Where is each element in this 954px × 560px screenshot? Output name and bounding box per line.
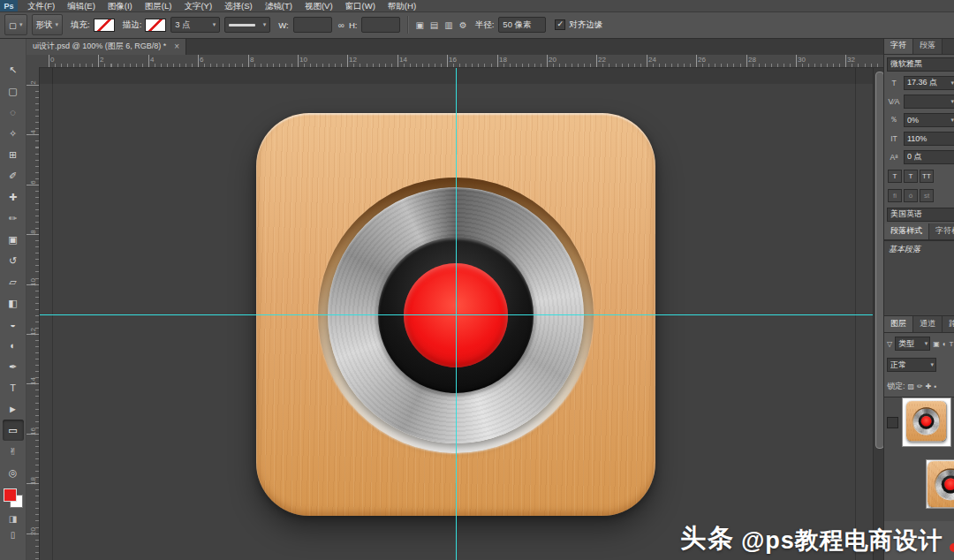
lock-label: 锁定: [887, 381, 905, 392]
filter-adjustment-icon[interactable]: ◐ [943, 340, 947, 348]
filter-pixel-icon[interactable]: ▣ [933, 340, 940, 348]
lasso-tool[interactable]: ◌ [3, 102, 24, 123]
path-alignment-icon[interactable]: ▤ [430, 20, 438, 30]
layer-thumbnail-art [928, 461, 954, 507]
menu-view[interactable]: 视图(V) [299, 0, 339, 11]
baseline-shift-field[interactable]: 0 点 [904, 150, 954, 164]
font-family-select[interactable]: 微软雅黑 ▾ [887, 57, 954, 72]
gradient-tool[interactable]: ◧ [3, 292, 24, 314]
quick-mask-icon[interactable]: ◨ [9, 514, 17, 524]
pen-tool[interactable]: ✒ [3, 356, 24, 377]
layer-filter-select[interactable]: 类型 ▾ [895, 337, 930, 351]
faux-bold-button[interactable]: T [888, 170, 902, 183]
dodge-tool[interactable]: ◐ [3, 335, 24, 356]
path-arrangement-icon[interactable]: ▥ [444, 20, 452, 30]
zoom-tool[interactable]: ◎ [3, 462, 24, 483]
ruler-number: 30 [798, 56, 806, 64]
kerning-row: V⁄A ▾ [884, 92, 954, 110]
proportional-spacing-field[interactable]: 0% ▾ [904, 113, 954, 127]
layer-visibility-toggle[interactable] [887, 417, 898, 428]
menu-file[interactable]: 文件(F) [21, 0, 61, 11]
chevron-down-icon: ▾ [19, 21, 23, 28]
vertical-scale-field[interactable]: 110% [904, 132, 954, 146]
menu-image[interactable]: 图像(I) [102, 0, 139, 11]
menu-filter[interactable]: 滤镜(T) [259, 0, 299, 11]
eraser-tool[interactable]: ▱ [3, 271, 24, 292]
marquee-tool[interactable]: ▢ [3, 80, 24, 102]
lock-transparency-icon[interactable]: ▨ [908, 382, 915, 390]
path-operations-icon[interactable]: ▣ [415, 20, 423, 30]
menu-edit[interactable]: 编辑(E) [61, 0, 102, 11]
document-edge-left [52, 67, 53, 560]
lock-all-icon[interactable]: ▪ [934, 382, 936, 390]
blend-mode-row: 正常 ▾ [884, 354, 954, 375]
menu-type[interactable]: 文字(Y) [178, 0, 218, 11]
tab-paragraph-styles[interactable]: 段落样式 [884, 223, 929, 239]
radius-input[interactable]: 50 像素 [498, 17, 546, 33]
layer-thumbnail[interactable] [926, 459, 954, 509]
gear-icon[interactable]: ⚙ [459, 20, 467, 30]
menu-window[interactable]: 窗口(W) [339, 0, 382, 11]
stroke-width-select[interactable]: 3 点 ▾ [170, 17, 220, 33]
stroke-swatch-none[interactable] [145, 19, 166, 32]
layers-panel-tabs: 图层 通道 路径 [884, 316, 954, 333]
path-selection-tool[interactable]: ► [3, 398, 24, 420]
menu-help[interactable]: 帮助(H) [382, 0, 422, 11]
tab-character[interactable]: 字符 [884, 38, 913, 54]
stroke-style-select[interactable]: ▾ [224, 17, 270, 33]
lock-position-icon[interactable]: ✚ [926, 382, 932, 390]
hand-tool[interactable]: ✌ [3, 441, 24, 462]
tab-character-styles[interactable]: 字符样式 [929, 223, 954, 239]
rectangle-tool[interactable]: ▭ [3, 420, 24, 441]
font-size-field[interactable]: 17.36 点 ▾ [904, 76, 954, 90]
blur-tool[interactable]: ◒ [3, 314, 24, 335]
type-tool[interactable]: T [3, 377, 24, 398]
list-item[interactable]: 基本段落 [884, 241, 954, 258]
move-tool[interactable]: ↖ [3, 59, 24, 80]
fill-swatch-none[interactable] [94, 19, 115, 32]
history-brush-tool[interactable]: ↺ [3, 250, 24, 271]
document-tab[interactable]: ui设计.psd @ 100% (图层 6, RGB/8) * × [26, 38, 186, 55]
horizontal-ruler[interactable]: 0 2 4 6 8 10 12 14 16 18 20 22 24 26 28 … [39, 55, 883, 68]
faux-italic-button[interactable]: T [904, 170, 918, 183]
canvas[interactable] [39, 67, 873, 560]
crop-tool[interactable]: ⊞ [3, 144, 24, 165]
ruler-corner[interactable] [26, 55, 40, 68]
lock-pixels-icon[interactable]: ✏ [917, 382, 923, 390]
menu-layer[interactable]: 图层(L) [139, 0, 178, 11]
guide-vertical[interactable] [456, 67, 457, 560]
screen-mode-icon[interactable]: ▯ [11, 530, 16, 540]
tool-mode-select[interactable]: 形状 ▾ [32, 14, 64, 35]
link-dimensions-icon[interactable]: ∞ [338, 20, 344, 30]
guide-horizontal[interactable] [39, 314, 873, 315]
blend-mode-select[interactable]: 正常 ▾ [887, 358, 936, 372]
kerning-field[interactable]: ▾ [904, 95, 954, 109]
height-input[interactable] [361, 17, 400, 33]
all-caps-button[interactable]: TT [920, 170, 934, 183]
tab-channels[interactable]: 通道 [913, 316, 943, 332]
clone-stamp-tool[interactable]: ▣ [3, 229, 24, 250]
quick-selection-tool[interactable]: ✧ [3, 123, 24, 144]
width-input[interactable] [293, 17, 332, 33]
ordinals-button[interactable]: ó [904, 189, 918, 202]
healing-brush-tool[interactable]: ✚ [3, 186, 24, 208]
brush-tool[interactable]: ✏ [3, 208, 24, 229]
menu-select[interactable]: 选择(S) [218, 0, 259, 11]
color-swatches[interactable] [4, 488, 23, 508]
eyedropper-tool[interactable]: ✐ [3, 165, 24, 186]
align-edges-checkbox[interactable]: ✓ [555, 19, 565, 30]
ruler-number: 20 [29, 526, 37, 538]
layer-thumbnail[interactable] [902, 397, 951, 447]
language-select[interactable]: 美国英语 ▾ [887, 208, 954, 222]
tab-paragraph[interactable]: 段落 [913, 38, 943, 54]
watermark-brand: 头条 [680, 521, 735, 556]
tab-paths[interactable]: 路径 [943, 316, 954, 332]
foreground-color-swatch[interactable] [4, 488, 17, 502]
stylistic-alternates-button[interactable]: st [920, 189, 934, 202]
close-icon[interactable]: × [174, 42, 179, 51]
filter-type-icon[interactable]: T [950, 340, 954, 348]
vertical-ruler[interactable]: 2 4 6 8 10 12 14 16 18 20 [26, 67, 40, 560]
tab-layers[interactable]: 图层 [884, 316, 913, 332]
tool-preset-button[interactable]: ▢ ▾ [4, 14, 27, 35]
ligatures-button[interactable]: fi [888, 189, 902, 202]
